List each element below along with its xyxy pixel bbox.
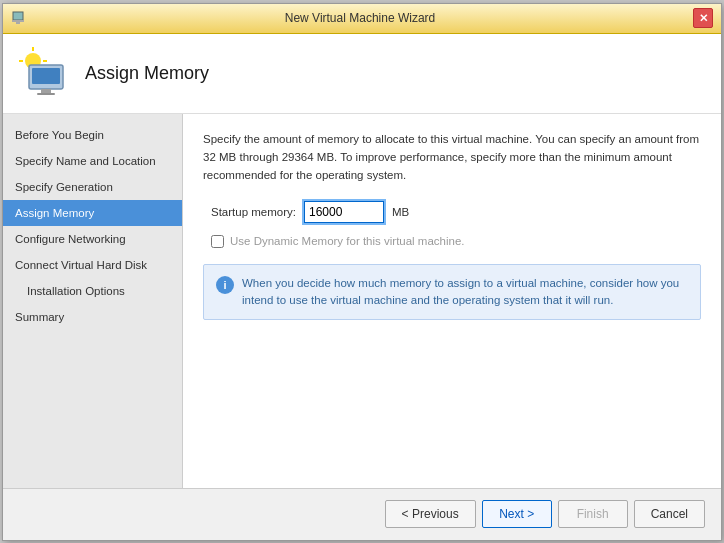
info-box: i When you decide how much memory to ass… (203, 264, 701, 321)
title-bar: New Virtual Machine Wizard ✕ (3, 4, 721, 34)
header-icon (19, 47, 71, 99)
svg-rect-11 (37, 93, 55, 95)
sidebar-item-assign-memory[interactable]: Assign Memory (3, 200, 182, 226)
sidebar-item-specify-name[interactable]: Specify Name and Location (3, 148, 182, 174)
window-icon (11, 10, 27, 26)
body-area: Before You Begin Specify Name and Locati… (3, 114, 721, 488)
svg-rect-2 (16, 22, 20, 24)
window-title: New Virtual Machine Wizard (27, 11, 693, 25)
previous-button[interactable]: < Previous (385, 500, 476, 528)
finish-button[interactable]: Finish (558, 500, 628, 528)
header-panel: Assign Memory (3, 34, 721, 114)
mb-label: MB (392, 206, 409, 218)
sidebar-item-installation-options[interactable]: Installation Options (3, 278, 182, 304)
sidebar-item-before-you-begin[interactable]: Before You Begin (3, 122, 182, 148)
page-title: Assign Memory (85, 63, 209, 84)
sidebar-item-connect-hard-disk[interactable]: Connect Virtual Hard Disk (3, 252, 182, 278)
dynamic-memory-row: Use Dynamic Memory for this virtual mach… (211, 235, 701, 248)
cancel-button[interactable]: Cancel (634, 500, 705, 528)
dynamic-memory-label: Use Dynamic Memory for this virtual mach… (230, 235, 465, 247)
dynamic-memory-checkbox[interactable] (211, 235, 224, 248)
info-icon: i (216, 276, 234, 294)
svg-rect-10 (41, 89, 51, 93)
next-button[interactable]: Next > (482, 500, 552, 528)
footer: < Previous Next > Finish Cancel (3, 488, 721, 540)
svg-rect-0 (13, 12, 23, 20)
startup-memory-input[interactable] (304, 201, 384, 223)
svg-rect-1 (12, 20, 24, 22)
startup-memory-row: Startup memory: MB (211, 201, 701, 223)
startup-memory-label: Startup memory: (211, 206, 296, 218)
description-text: Specify the amount of memory to allocate… (203, 130, 701, 185)
wizard-window: New Virtual Machine Wizard ✕ Assign Memo… (2, 3, 722, 541)
sidebar: Before You Begin Specify Name and Locati… (3, 114, 183, 488)
sidebar-item-specify-generation[interactable]: Specify Generation (3, 174, 182, 200)
sidebar-item-summary[interactable]: Summary (3, 304, 182, 330)
sidebar-item-configure-networking[interactable]: Configure Networking (3, 226, 182, 252)
info-text: When you decide how much memory to assig… (242, 275, 688, 310)
close-button[interactable]: ✕ (693, 8, 713, 28)
main-content: Specify the amount of memory to allocate… (183, 114, 721, 488)
svg-rect-9 (32, 68, 60, 84)
